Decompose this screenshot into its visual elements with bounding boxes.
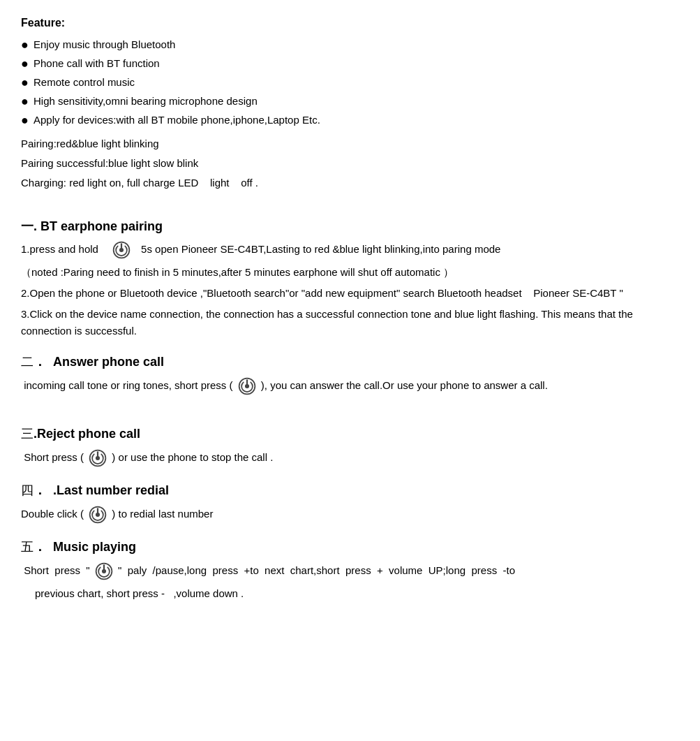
- section-five-para1: Short press " " paly /pause,long press +…: [21, 562, 679, 581]
- section-four-para1: Double click ( ) to redial last number: [21, 505, 679, 524]
- pairing-line-1: Pairing:red&blue light blinking: [21, 135, 679, 152]
- bullet-dot-1: ●: [21, 36, 33, 54]
- section-two-title: 二． Answer phone call: [21, 352, 679, 372]
- svg-point-8: [96, 456, 100, 460]
- section-five-num: 五: [21, 540, 33, 554]
- section-four-heading: ． .Last number redial: [33, 483, 169, 497]
- bullet-item-3: ● Remote control music: [21, 74, 679, 91]
- section-one-para3: 2.Open the phone or Bluetooth device ,"B…: [21, 285, 679, 302]
- section-two-num: 二: [21, 355, 33, 369]
- section-one-para4: 3.Click on the device name connection, t…: [21, 306, 679, 339]
- power-icon-3: [88, 448, 107, 468]
- section-four: 四． .Last number redial Double click ( ) …: [21, 480, 679, 524]
- section-five: 五． Music playing Short press " " paly /p…: [21, 537, 679, 602]
- bullet-dot-5: ●: [21, 112, 33, 129]
- bullet-item-1: ● Enjoy music through Bluetooth: [21, 36, 679, 54]
- section-three-title: 三.Reject phone call: [21, 424, 679, 444]
- page-content: Feature: ● Enjoy music through Bluetooth…: [21, 14, 679, 602]
- section-four-num: 四: [21, 483, 33, 497]
- svg-point-11: [96, 513, 100, 517]
- section-one-para2: （noted :Paring need to finish in 5 minut…: [21, 264, 679, 281]
- section-one-para1: 1.press and hold 5s open Pioneer SE-C4BT…: [21, 240, 679, 260]
- power-icon-5: [94, 562, 114, 581]
- bullet-item-4: ● High sensitivity,omni bearing micropho…: [21, 93, 679, 110]
- section-three-heading: .Reject phone call: [33, 427, 140, 441]
- svg-point-2: [119, 248, 124, 252]
- bullet-text-5: Apply for devices:with all BT mobile pho…: [33, 112, 320, 129]
- svg-point-5: [245, 384, 249, 388]
- section-two-para1: incoming call tone or ring tones, short …: [21, 376, 679, 396]
- section-two: 二． Answer phone call incoming call tone …: [21, 352, 679, 396]
- section-two-heading: ． Answer phone call: [33, 355, 164, 369]
- bullet-dot-4: ●: [21, 93, 33, 110]
- section-five-para2: previous chart, short press - ,volume do…: [21, 585, 679, 602]
- power-icon-4: [88, 505, 107, 524]
- bullet-text-1: Enjoy music through Bluetooth: [33, 36, 175, 53]
- power-icon-2: [237, 376, 257, 396]
- feature-title: Feature:: [21, 14, 679, 32]
- bullet-dot-2: ●: [21, 55, 33, 73]
- section-one-num: 一: [21, 219, 33, 233]
- pairing-line-3: Charging: red light on, full charge LED …: [21, 175, 679, 191]
- bullet-dot-3: ●: [21, 74, 33, 91]
- bullet-item-2: ● Phone call with BT function: [21, 55, 679, 73]
- bullet-text-2: Phone call with BT function: [33, 55, 160, 72]
- pairing-line-2: Pairing successful:blue light slow blink: [21, 155, 679, 172]
- section-four-title: 四． .Last number redial: [21, 480, 679, 501]
- section-one: 一. BT earphone pairing 1.press and hold …: [21, 217, 679, 340]
- section-three-num: 三: [21, 427, 33, 441]
- power-icon-1: [112, 240, 131, 260]
- section-three-para1: Short press ( ) or use the phone to stop…: [21, 448, 679, 468]
- bullet-item-5: ● Apply for devices:with all BT mobile p…: [21, 112, 679, 129]
- bullet-text-4: High sensitivity,omni bearing microphone…: [33, 93, 258, 110]
- svg-point-14: [102, 568, 106, 573]
- section-five-heading: ． Music playing: [33, 540, 136, 554]
- section-five-title: 五． Music playing: [21, 537, 679, 557]
- section-three: 三.Reject phone call Short press ( ) or u…: [21, 424, 679, 468]
- bullet-text-3: Remote control music: [33, 74, 135, 91]
- feature-bullets: ● Enjoy music through Bluetooth ● Phone …: [21, 36, 679, 130]
- section-one-title: 一. BT earphone pairing: [21, 217, 679, 237]
- section-one-heading: . BT earphone pairing: [33, 219, 163, 233]
